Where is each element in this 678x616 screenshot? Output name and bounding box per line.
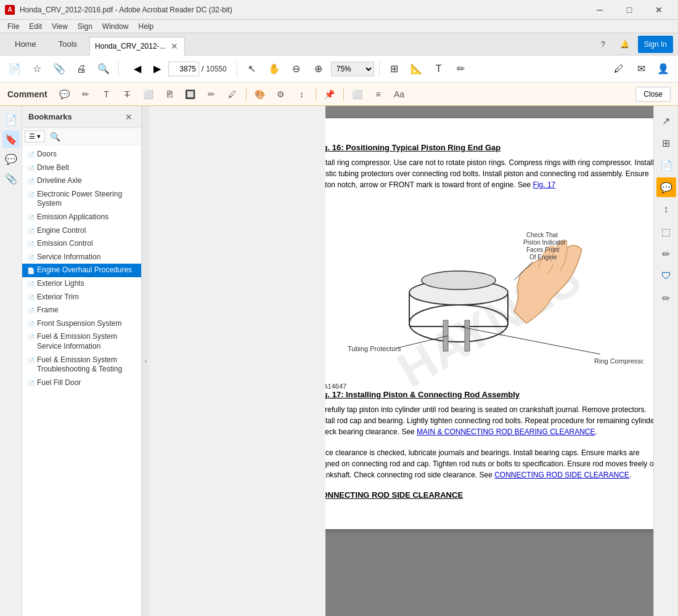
bookmark-item[interactable]: 📄Engine Overhaul Procedures bbox=[22, 264, 141, 277]
comment-strikethrough-button[interactable]: T̶ bbox=[119, 86, 136, 103]
bookmark-item[interactable]: 📄Emission Applications bbox=[22, 211, 141, 224]
right-share-button[interactable]: ↗ bbox=[656, 111, 676, 131]
window-controls: ─ □ ✕ bbox=[586, 0, 673, 20]
tab-home[interactable]: Home bbox=[5, 33, 46, 55]
main-bearing-link[interactable]: MAIN & CONNECTING ROD BEARING CLEARANCE bbox=[417, 428, 595, 436]
right-protect-button[interactable]: 🛡 bbox=[656, 266, 676, 286]
rod-clearance-link[interactable]: CONNECTING ROD SIDE CLEARANCE bbox=[494, 471, 629, 479]
comment-font-button[interactable]: Aa bbox=[391, 86, 408, 103]
right-view-button[interactable]: ⊞ bbox=[656, 133, 676, 153]
comment-pin-button[interactable]: 📌 bbox=[321, 86, 338, 103]
bookmark-item[interactable]: 📄Frame bbox=[22, 304, 141, 317]
bookmark-label: Doors bbox=[37, 150, 57, 160]
menu-help[interactable]: Help bbox=[134, 21, 159, 32]
user-button[interactable]: 👤 bbox=[653, 59, 673, 79]
svg-text:Tubing Protectors: Tubing Protectors bbox=[348, 345, 401, 352]
left-icon-comment[interactable]: 💬 bbox=[2, 150, 20, 168]
close-button[interactable]: ✕ bbox=[645, 0, 673, 20]
right-sign-button[interactable]: ✏ bbox=[656, 244, 676, 264]
bookmarks-options-button[interactable]: ☰ ▾ bbox=[25, 131, 45, 142]
bookmark-item[interactable]: 📄Exterior Trim bbox=[22, 291, 141, 304]
zoom-out-button[interactable]: ⊖ bbox=[287, 59, 306, 79]
help-button[interactable]: ? bbox=[595, 36, 611, 53]
bookmark-item[interactable]: 📄Engine Control bbox=[22, 224, 141, 238]
right-edit-button[interactable]: ✏ bbox=[656, 288, 676, 308]
pdf-viewer[interactable]: HAYNES Fig. 16: Positioning Typical Pist… bbox=[325, 106, 653, 616]
right-export-pdf-button[interactable]: 📄 bbox=[656, 155, 676, 175]
print-button[interactable]: 🖨 bbox=[71, 59, 91, 79]
signin-button[interactable]: Sign In bbox=[638, 36, 673, 53]
menu-file[interactable]: File bbox=[2, 21, 24, 32]
bookmarks-toolbar: ☰ ▾ 🔍 bbox=[22, 128, 141, 145]
comment-textbox-button[interactable]: 🖹 bbox=[161, 86, 178, 103]
svg-text:Faces Front: Faces Front bbox=[526, 246, 560, 253]
fig16-title: Fig. 16: Positioning Typical Piston Ring… bbox=[325, 143, 653, 152]
right-comment-button[interactable]: 💬 bbox=[656, 177, 676, 197]
minimize-button[interactable]: ─ bbox=[586, 0, 614, 20]
main-area: 📄 🔖 💬 📎 Bookmarks ✕ ☰ ▾ 🔍 📄Doors📄Drive B… bbox=[0, 106, 678, 616]
bookmarks-search-button[interactable]: 🔍 bbox=[47, 129, 62, 144]
comment-find-button[interactable]: ↕ bbox=[293, 86, 311, 103]
menu-edit[interactable]: Edit bbox=[24, 21, 47, 32]
comment-manage-button[interactable]: ⚙ bbox=[272, 86, 290, 103]
select-tool-button[interactable]: ↖ bbox=[242, 59, 262, 79]
comment-lines-button[interactable]: ≡ bbox=[370, 86, 387, 103]
comment-color-button[interactable]: 🎨 bbox=[251, 86, 269, 103]
bookmark-item[interactable]: 📄Drive Belt bbox=[22, 161, 141, 175]
tab-close-button[interactable]: ✕ bbox=[170, 41, 179, 51]
bookmark-item[interactable]: 📄Driveline Axle bbox=[22, 174, 141, 188]
next-page-button[interactable]: ▶ bbox=[149, 60, 166, 78]
menu-view[interactable]: View bbox=[47, 21, 73, 32]
menu-window[interactable]: Window bbox=[97, 21, 134, 32]
fill-sign-button[interactable]: 🖊 bbox=[609, 59, 629, 79]
comment-highlight-button[interactable]: ✏ bbox=[77, 86, 94, 103]
svg-rect-5 bbox=[465, 320, 470, 351]
left-icon-attach[interactable]: 📎 bbox=[2, 170, 20, 187]
bookmarks-close-button[interactable]: ✕ bbox=[123, 111, 135, 123]
hand-tool-button[interactable]: ✋ bbox=[264, 59, 284, 79]
zoom-out-toolbar-button[interactable]: 🔍 bbox=[94, 59, 113, 79]
right-compare-button[interactable]: ⬚ bbox=[656, 222, 676, 241]
comment-stamp-button[interactable]: 🔲 bbox=[182, 86, 199, 103]
comment-close-button[interactable]: Close bbox=[635, 87, 671, 102]
comment-area-button[interactable]: ⬜ bbox=[140, 86, 157, 103]
bookmark-item[interactable]: 📄Front Suspension System bbox=[22, 317, 141, 331]
bookmark-item[interactable]: 📄Fuel & Emission System Service Informat… bbox=[22, 330, 141, 353]
sidebar-collapse-handle[interactable]: ‹ bbox=[142, 106, 149, 616]
right-export-button[interactable]: ↕ bbox=[656, 200, 676, 219]
bookmark-item[interactable]: 📄Service Information bbox=[22, 251, 141, 264]
maximize-button[interactable]: □ bbox=[615, 0, 643, 20]
notifications-button[interactable]: 🔔 bbox=[614, 36, 635, 53]
menu-sign[interactable]: Sign bbox=[73, 21, 97, 32]
comment-erase-button[interactable]: ⬜ bbox=[349, 86, 366, 103]
comment-note-button[interactable]: 💬 bbox=[56, 86, 73, 103]
zoom-in-button[interactable]: ⊕ bbox=[309, 59, 329, 79]
bookmark-icon: 📄 bbox=[27, 151, 35, 159]
bookmark-item[interactable]: 📄Fuel & Emission System Troubleshooting … bbox=[22, 354, 141, 376]
new-button[interactable]: 📄 bbox=[5, 59, 25, 79]
tab-tools[interactable]: Tools bbox=[49, 33, 87, 55]
bookmark-button[interactable]: ☆ bbox=[27, 59, 47, 79]
bookmark-item[interactable]: 📄Exterior Lights bbox=[22, 277, 141, 291]
page-number-input[interactable] bbox=[168, 62, 199, 76]
redact-button[interactable]: ✏ bbox=[451, 59, 471, 79]
tab-document[interactable]: Honda_CRV_2012-... ✕ bbox=[89, 37, 185, 55]
measure-button[interactable]: 📐 bbox=[407, 59, 427, 79]
left-icon-page[interactable]: 📄 bbox=[2, 111, 20, 128]
bookmark-item[interactable]: 📄Doors bbox=[22, 148, 141, 161]
bookmark-item[interactable]: 📄Electronic Power Steering System bbox=[22, 188, 141, 211]
fig17-link[interactable]: Fig. 17 bbox=[533, 180, 556, 189]
bookmark-icon: 📄 bbox=[27, 379, 35, 387]
zoom-select[interactable]: 75% 50% 100% 125% 150% 200% bbox=[331, 62, 374, 76]
send-button[interactable]: ✉ bbox=[631, 59, 651, 79]
bookmark-item[interactable]: 📄Fuel Fill Door bbox=[22, 376, 141, 390]
left-icon-bookmark[interactable]: 🔖 bbox=[2, 131, 20, 148]
prev-page-button[interactable]: ◀ bbox=[129, 60, 146, 78]
bookmark-item[interactable]: 📄Emission Control bbox=[22, 237, 141, 251]
marquee-zoom-button[interactable]: ⊞ bbox=[385, 59, 404, 79]
comment-text-button[interactable]: T bbox=[98, 86, 115, 103]
comment-pen-button[interactable]: ✏ bbox=[203, 86, 220, 103]
edit-text-button[interactable]: T bbox=[429, 59, 449, 79]
comment-marker-button[interactable]: 🖊 bbox=[224, 86, 241, 103]
attach-button[interactable]: 📎 bbox=[49, 59, 69, 79]
